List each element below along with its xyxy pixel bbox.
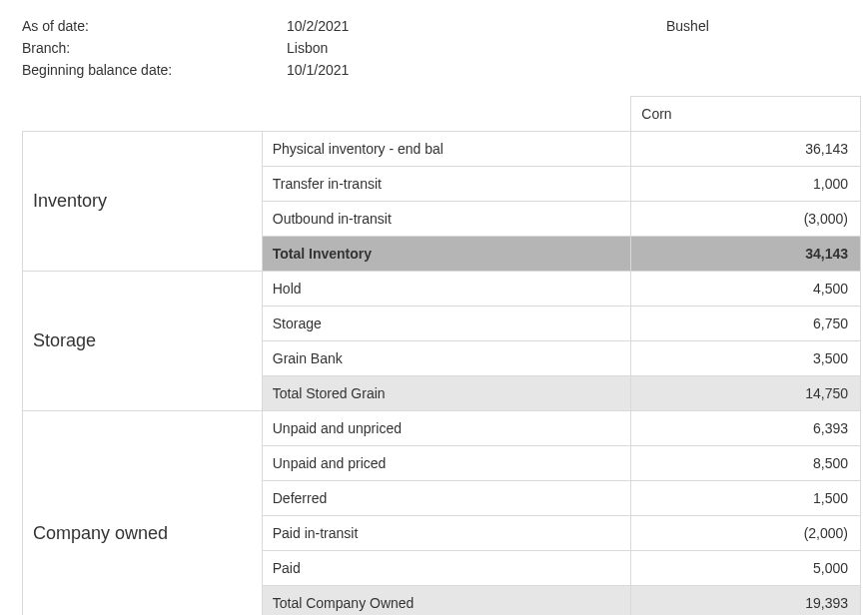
row-label: Unpaid and unpriced — [262, 411, 631, 446]
total-inventory-label: Total Inventory — [262, 237, 631, 272]
row-label: Outbound in-transit — [262, 202, 631, 237]
total-company-owned-value: 19,393 — [631, 586, 861, 616]
branch-value: Lisbon — [287, 40, 666, 56]
dpr-table: Corn Inventory Physical inventory - end … — [22, 96, 861, 615]
row-label: Storage — [262, 307, 631, 341]
row-label: Unpaid and priced — [262, 446, 631, 481]
as-of-date-value: 10/2/2021 — [287, 18, 666, 34]
row-label: Transfer in-transit — [262, 167, 631, 202]
row-value: 6,750 — [631, 307, 861, 341]
beginning-balance-label: Beginning balance date: — [22, 62, 287, 78]
row-value: 3,500 — [631, 341, 861, 376]
section-company-owned-title: Company owned — [23, 411, 263, 616]
section-inventory-title: Inventory — [23, 132, 263, 272]
row-value: 1,000 — [631, 167, 861, 202]
row-value: 4,500 — [631, 272, 861, 307]
row-value: (2,000) — [631, 516, 861, 551]
row-value: 6,393 — [631, 411, 861, 446]
as-of-date-label: As of date: — [22, 18, 287, 34]
total-inventory-value: 34,143 — [631, 237, 861, 272]
row-value: 5,000 — [631, 551, 861, 586]
beginning-balance-value: 10/1/2021 — [287, 62, 666, 78]
total-company-owned-label: Total Company Owned — [262, 586, 631, 616]
column-header-commodity: Corn — [631, 97, 861, 132]
row-value: (3,000) — [631, 202, 861, 237]
report-meta: As of date: 10/2/2021 Bushel Branch: Lis… — [22, 18, 846, 78]
total-stored-grain-label: Total Stored Grain — [262, 376, 631, 411]
row-label: Grain Bank — [262, 341, 631, 376]
branch-label: Branch: — [22, 40, 287, 56]
row-label: Deferred — [262, 481, 631, 516]
total-stored-grain-value: 14,750 — [631, 376, 861, 411]
unit-label: Bushel — [666, 18, 846, 34]
row-value: 8,500 — [631, 446, 861, 481]
row-label: Hold — [262, 272, 631, 307]
section-storage-title: Storage — [23, 272, 263, 411]
row-label: Paid — [262, 551, 631, 586]
row-label: Physical inventory - end bal — [262, 132, 631, 167]
row-value: 1,500 — [631, 481, 861, 516]
row-value: 36,143 — [631, 132, 861, 167]
row-label: Paid in-transit — [262, 516, 631, 551]
